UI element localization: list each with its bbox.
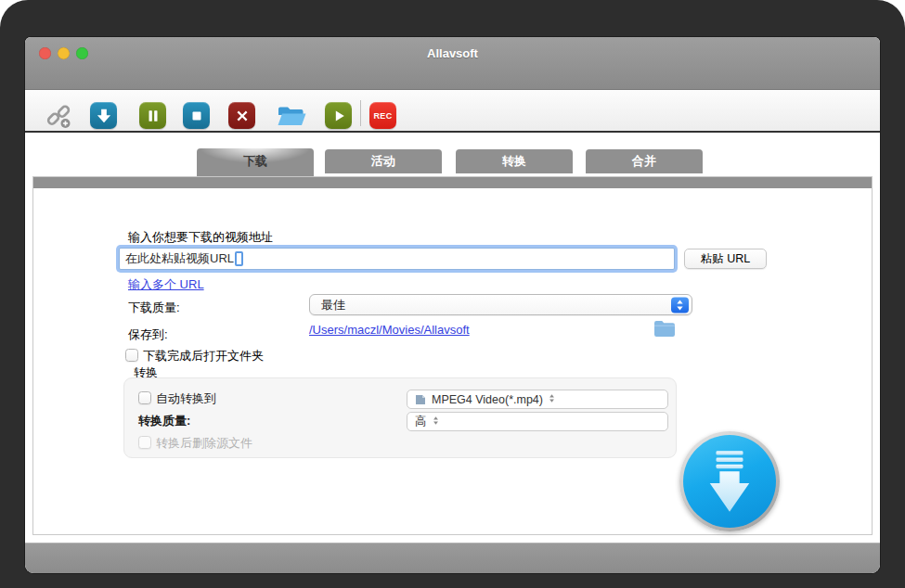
mini-stepper-icon xyxy=(433,415,439,428)
download-quality-value: 最佳 xyxy=(321,297,345,313)
text-cursor xyxy=(235,251,243,266)
toolbar: REC xyxy=(25,90,880,133)
toolbar-separator xyxy=(360,100,361,126)
big-download-circle xyxy=(683,435,776,528)
url-field-label: 输入你想要下载的视频地址 xyxy=(128,229,273,246)
convert-group-box: 自动转换到 MPEG4 Video(*.mp4) 转换质量: 高 转换后删 xyxy=(123,377,677,458)
auto-convert-checkbox[interactable] xyxy=(138,391,151,404)
tab-strip-bar xyxy=(33,177,872,188)
auto-convert-label: 自动转换到 xyxy=(156,390,216,407)
folder-icon xyxy=(653,320,676,338)
save-path-link[interactable]: /Users/maczl/Movies/Allavsoft xyxy=(309,323,470,337)
window-title: Allavsoft xyxy=(25,46,880,60)
rec-label: REC xyxy=(373,111,392,121)
add-url-button[interactable] xyxy=(44,102,73,129)
convert-format-value: MPEG4 Video(*.mp4) xyxy=(432,393,543,406)
video-file-icon xyxy=(415,394,426,405)
open-folder-after-download-checkbox[interactable] xyxy=(125,349,138,362)
link-plus-icon xyxy=(45,102,72,130)
tab-merge[interactable]: 合并 xyxy=(586,149,703,173)
allavsoft-window: Allavsoft xyxy=(25,37,880,573)
tab-download[interactable]: 下载 xyxy=(197,148,314,176)
convert-format-select[interactable]: MPEG4 Video(*.mp4) xyxy=(407,390,668,409)
save-to-label: 保存到: xyxy=(128,326,168,343)
record-button[interactable]: REC xyxy=(369,102,396,129)
open-folder-button[interactable] xyxy=(275,102,308,129)
delete-button[interactable] xyxy=(228,102,255,129)
big-download-arrow-icon xyxy=(703,449,756,514)
paste-url-button[interactable]: 粘贴 URL xyxy=(684,249,767,269)
popup-stepper-icon xyxy=(671,297,689,313)
pause-button[interactable] xyxy=(139,102,166,129)
x-icon xyxy=(234,108,251,124)
status-bar xyxy=(25,543,880,573)
play-button[interactable] xyxy=(325,102,352,129)
start-download-button[interactable] xyxy=(679,431,780,531)
url-input[interactable]: 在此处粘贴视频URL xyxy=(119,248,675,270)
screenshot-dark-backdrop: Allavsoft xyxy=(0,0,905,588)
mini-stepper-icon xyxy=(549,393,555,406)
stop-button[interactable] xyxy=(183,102,210,129)
tab-activity[interactable]: 活动 xyxy=(325,149,442,173)
folder-open-icon xyxy=(276,104,307,128)
download-quality-label: 下载质量: xyxy=(128,300,180,316)
url-input-value: 在此处粘贴视频URL xyxy=(125,250,234,267)
title-bar[interactable]: Allavsoft xyxy=(25,37,880,90)
play-icon xyxy=(330,108,347,124)
delete-source-checkbox[interactable] xyxy=(138,436,151,449)
delete-source-label: 转换后删除源文件 xyxy=(156,435,252,452)
tab-convert[interactable]: 转换 xyxy=(456,149,573,173)
convert-quality-label: 转换质量: xyxy=(138,413,190,429)
multiple-url-link[interactable]: 输入多个 URL xyxy=(128,276,204,293)
download-button[interactable] xyxy=(90,102,117,129)
stop-icon xyxy=(188,108,205,124)
open-folder-after-download-label: 下载完成后打开文件夹 xyxy=(143,348,264,364)
convert-quality-value: 高 xyxy=(415,414,427,429)
download-arrow-icon xyxy=(95,107,113,125)
convert-quality-select[interactable]: 高 xyxy=(407,412,668,431)
choose-folder-button[interactable] xyxy=(653,320,676,341)
download-quality-select[interactable]: 最佳 xyxy=(309,294,692,315)
pause-icon xyxy=(145,108,162,124)
